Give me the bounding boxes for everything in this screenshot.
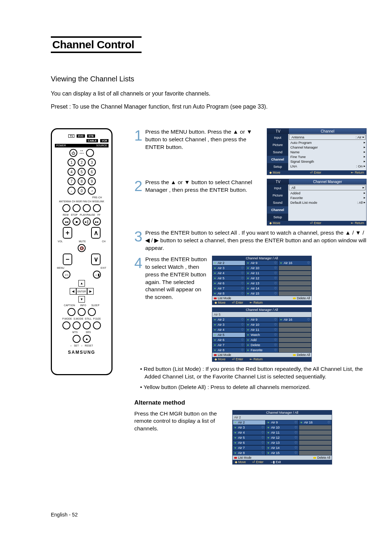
lbl-vol: VOL [58, 240, 63, 243]
lbl-play: PLAY/PAUSE [80, 214, 95, 216]
chan-grid-3: Channel Manager / All Air 2 Air 2♡Air 9♡… [232, 410, 332, 465]
remote-tv-label: TV [68, 134, 74, 138]
chan-grid-2: Channel Manager / All Air 5 Air 2♡Air 9♡… [212, 307, 312, 362]
caption-button [68, 308, 75, 316]
step4-bullet1: • Red button (List Mode) : If you press … [144, 365, 367, 381]
chmgr-button [73, 204, 81, 212]
exit-button: →▮ [93, 271, 101, 279]
chan-grid-1: Channel Manager / All Air 2♡Air 9♡Air 16… [212, 256, 312, 305]
remote-black-bar: POWER SOURCE [55, 144, 109, 147]
osd-channel: TV Channel Input Picture Sound Channel S… [267, 128, 367, 175]
nav-right: ▶ [87, 288, 94, 295]
osd1-tab-channel: Channel [289, 129, 366, 134]
ch-down: ∨ [91, 254, 101, 265]
num-1: 1 [68, 158, 75, 166]
lbl-stop: STOP [71, 214, 78, 216]
lbl-srs: SRS [86, 331, 91, 333]
nav-down: ▼ [78, 296, 85, 303]
alternate-block: Alternate method Press the CH MGR button… [134, 399, 367, 465]
step-num-3: 3 [134, 229, 142, 252]
lbl-mute: MUTE [79, 240, 86, 243]
num-5: 5 [78, 168, 86, 176]
num-2: 2 [78, 158, 86, 166]
osd2-side-channel: Channel [267, 206, 288, 214]
wiselink-button [93, 204, 101, 212]
power-button: ⏻ [69, 149, 77, 157]
step-text-4: Press the ENTER button to select Watch ,… [145, 256, 207, 362]
osd1-main: Antenna: Air▸ Auto Program▸ Channel Mana… [288, 134, 366, 170]
lbl-smode: S.MODE [73, 317, 83, 320]
lbl-reset: RESET [85, 344, 93, 347]
pmode-button [62, 321, 70, 329]
remote-dvd-label: DVD [77, 134, 85, 138]
num-7: 7 [68, 177, 75, 185]
prech-button: ↺ [88, 187, 96, 195]
vol-up: + [63, 227, 72, 239]
lbl-chmgr: CH MGR [72, 200, 82, 203]
osd2-side-sound: Sound [267, 199, 288, 206]
osd2-main: All▸ Added▸ Favorite▸ Default List mode:… [288, 185, 366, 221]
osd2-side-picture: Picture [267, 192, 288, 199]
step-text-2: Press the ▲ or ▼ button to select Channe… [145, 179, 262, 226]
lbl-caption: CAPTION [64, 304, 75, 307]
alternate-text: Press the CH MGR button on the remote co… [134, 410, 218, 465]
source-button [86, 149, 94, 157]
still-button [83, 321, 91, 329]
dash-button: - [68, 187, 75, 195]
srs-button: ● [83, 335, 91, 343]
lbl-rew: REW [63, 214, 69, 216]
antenna-button [62, 204, 70, 212]
osd1-side-input: Input [267, 134, 288, 141]
step-num-4: 4 [134, 256, 142, 362]
lbl-pmode: P.MODE [62, 317, 72, 320]
lbl-menu: MENU [57, 267, 64, 269]
prech-label: PRE-CH [55, 196, 102, 199]
sleep-button [88, 308, 96, 316]
lbl-ch: CH [102, 240, 106, 243]
menu-button: ▭ [62, 271, 70, 279]
osd1-tab-tv: TV [267, 129, 289, 134]
lbl-exit: EXIT [101, 267, 106, 269]
intro-p2: Preset : To use the Channel Manager func… [51, 104, 367, 110]
page-header: Channel Control [51, 36, 367, 53]
brand-label: SAMSUNG [55, 350, 109, 355]
num-8: 8 [78, 177, 86, 185]
favch-button [83, 204, 91, 212]
step-text-1: Press the MENU button. Press the ▲ or ▼ … [145, 128, 262, 175]
step-text-3: Press the ENTER button to select All . I… [145, 229, 367, 252]
osd-channel-manager: TV Channel Manager Input Picture Sound C… [267, 179, 367, 226]
vol-down: − [63, 254, 72, 265]
ch-up: ∧ [91, 227, 101, 239]
lbl-still: STILL [85, 317, 92, 320]
num-0: 0 [78, 187, 86, 195]
step-num-1: 1 [134, 128, 142, 175]
step4-bullet2: • Yellow button (Delete All) : Press to … [144, 384, 367, 391]
num-3: 3 [88, 158, 96, 166]
rew-button: ◂◂ [62, 218, 70, 226]
remote-stb-label: STB [87, 134, 95, 138]
nav-left: ◀ [70, 288, 76, 295]
osd1-side-sound: Sound [267, 149, 288, 156]
intro-p1: You can display a list of all channels o… [51, 90, 367, 97]
alternate-title: Alternate method [134, 399, 367, 406]
lbl-wiselink: WISELINK [92, 200, 104, 203]
osd1-side-setup: Setup [267, 163, 288, 170]
smode-button [73, 321, 81, 329]
remote-vcr-label: VCR [100, 139, 109, 142]
lbl-sleep: SLEEP [91, 304, 99, 307]
remote-illustration: TV DVD STB CABLE VCR POWER SOURCE ⏻ ∘∘∘∘… [51, 128, 113, 465]
ff-button: ▸▸ [93, 218, 101, 226]
osd2-side-input: Input [267, 185, 288, 192]
lbl-antenna: ANTENNA [59, 200, 71, 203]
lbl-favch: FAV.CH [83, 200, 91, 203]
lbl-info: INFO [80, 304, 86, 307]
lbl-psize: P.SIZE [93, 317, 101, 320]
mts-button [73, 335, 81, 343]
info-button [78, 308, 86, 316]
intro-block: Viewing the Channel Lists You can displa… [51, 75, 367, 110]
num-9: 9 [88, 177, 96, 185]
stop-button: ■ [73, 218, 81, 226]
num-6: 6 [88, 168, 96, 176]
enter-button: ENTER [76, 288, 87, 295]
page-footer: English - 52 [51, 512, 78, 518]
